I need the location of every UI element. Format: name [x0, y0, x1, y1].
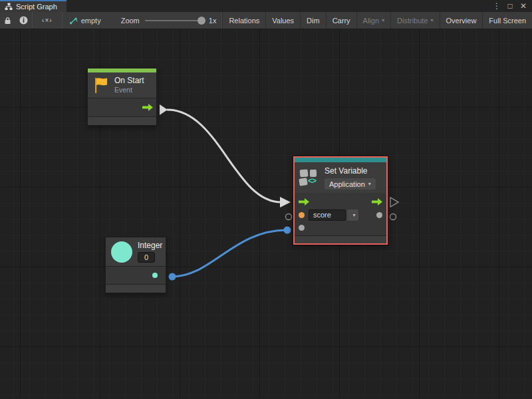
- selection-summary-label: empty: [81, 17, 101, 25]
- graph-canvas[interactable]: On Start Event <> Set Variable Applica: [0, 29, 532, 398]
- chevron-down-icon: ▾: [382, 17, 384, 23]
- variable-scope-dropdown[interactable]: Application ▾: [325, 178, 376, 190]
- zoom-value: 1x: [209, 17, 217, 25]
- code-icon: ‹×›: [42, 17, 53, 24]
- node-title: On Start: [114, 76, 144, 86]
- name-port-row: score ▾: [295, 207, 386, 222]
- dim-button[interactable]: Dim: [300, 12, 326, 29]
- setvariable-name-port-outer[interactable]: [286, 214, 292, 220]
- node-header[interactable]: On Start Event: [88, 72, 156, 98]
- onstart-exit-port[interactable]: [160, 104, 168, 115]
- wire-layer: [0, 29, 532, 398]
- node-header[interactable]: Integer 0: [106, 237, 166, 266]
- lock-button[interactable]: [0, 12, 15, 29]
- selection-summary: empty: [69, 12, 101, 29]
- variables-icon: <>: [299, 169, 319, 187]
- tab-script-graph[interactable]: Script Graph: [0, 0, 66, 12]
- distribute-dropdown[interactable]: Distribute ▾: [390, 12, 439, 29]
- node-integer[interactable]: Integer 0: [105, 237, 166, 293]
- maximize-icon[interactable]: □: [505, 2, 515, 10]
- info-button[interactable]: [15, 12, 32, 29]
- integer-type-icon: [111, 241, 132, 263]
- node-subtitle: Event: [114, 86, 144, 94]
- node-accent-bar: [295, 158, 386, 162]
- wire-arrowhead: [280, 197, 291, 207]
- toolbar-separator: [62, 12, 63, 29]
- connection-icon: [69, 17, 78, 25]
- node-set-variable[interactable]: <> Set Variable Application ▾: [293, 156, 388, 245]
- node-footer: [88, 117, 156, 125]
- flow-input-port[interactable]: [299, 198, 309, 205]
- info-icon: [19, 16, 28, 25]
- chevron-down-icon: ▾: [431, 17, 434, 23]
- chevron-down-icon: ▾: [368, 181, 371, 187]
- values-button[interactable]: Values: [265, 12, 300, 29]
- wire-onstart-to-setvariable[interactable]: [167, 110, 281, 202]
- variable-name-field: score ▾: [309, 209, 358, 221]
- value-input-port[interactable]: [299, 225, 305, 231]
- lock-icon: [4, 17, 11, 25]
- wire-endpoint[interactable]: [284, 227, 291, 234]
- scope-value: Application: [329, 180, 365, 188]
- integer-output-port[interactable]: [152, 273, 158, 278]
- zoom-control: Zoom 1x: [121, 12, 217, 29]
- zoom-slider-handle[interactable]: [198, 17, 205, 25]
- zoom-slider[interactable]: [145, 20, 203, 21]
- node-port-rows: score ▾: [295, 193, 386, 235]
- title-bar: Script Graph ⋮ □ ✕: [0, 0, 532, 12]
- integer-value-input[interactable]: 0: [138, 252, 155, 263]
- chevron-down-icon: ▾: [352, 212, 355, 218]
- node-footer: [295, 236, 386, 243]
- variable-name-dropdown[interactable]: ▾: [347, 209, 358, 221]
- close-icon[interactable]: ✕: [518, 2, 529, 10]
- graph-icon: [5, 3, 13, 11]
- flow-output-port[interactable]: [372, 198, 382, 205]
- zoom-label: Zoom: [121, 17, 140, 25]
- flow-port-row: [295, 193, 386, 207]
- variable-name-port[interactable]: [299, 212, 305, 218]
- relations-button[interactable]: Relations: [222, 12, 265, 29]
- tab-label: Script Graph: [16, 3, 57, 11]
- flag-icon: [93, 76, 109, 94]
- value-port-row: [295, 222, 386, 235]
- node-title: Set Variable: [325, 166, 376, 176]
- code-preview-button[interactable]: ‹×›: [33, 12, 62, 29]
- node-header-text: Set Variable Application ▾: [325, 166, 376, 190]
- window-menu-icon[interactable]: ⋮: [491, 2, 502, 10]
- setvariable-output-port-outer[interactable]: [390, 214, 396, 220]
- node-on-start[interactable]: On Start Event: [87, 68, 157, 126]
- node-port-row: [88, 98, 156, 116]
- value-output-port[interactable]: [376, 212, 382, 218]
- node-header[interactable]: <> Set Variable Application ▾: [295, 162, 386, 193]
- node-header-text: On Start Event: [114, 76, 144, 94]
- fullscreen-button[interactable]: Full Screen: [482, 12, 532, 29]
- node-footer: [106, 285, 166, 293]
- node-header-text: Integer 0: [138, 241, 162, 263]
- variable-name-input[interactable]: score: [309, 209, 346, 221]
- node-title: Integer: [138, 241, 162, 251]
- carry-button[interactable]: Carry: [326, 12, 356, 29]
- window-controls: ⋮ □ ✕: [491, 0, 532, 12]
- align-dropdown[interactable]: Align ▾: [356, 12, 390, 29]
- node-port-row: [106, 267, 166, 284]
- wire-endpoint[interactable]: [169, 273, 176, 281]
- setvariable-exit-port-outer[interactable]: [390, 198, 398, 207]
- overview-button[interactable]: Overview: [440, 12, 483, 29]
- toolbar-buttons: Relations Values Dim Carry Align ▾ Distr…: [222, 12, 532, 29]
- flow-output-port[interactable]: [142, 104, 153, 111]
- graph-toolbar: ‹×› empty Zoom 1x Relations Values Dim C…: [0, 12, 532, 29]
- wire-integer-to-setvariable[interactable]: [172, 230, 287, 277]
